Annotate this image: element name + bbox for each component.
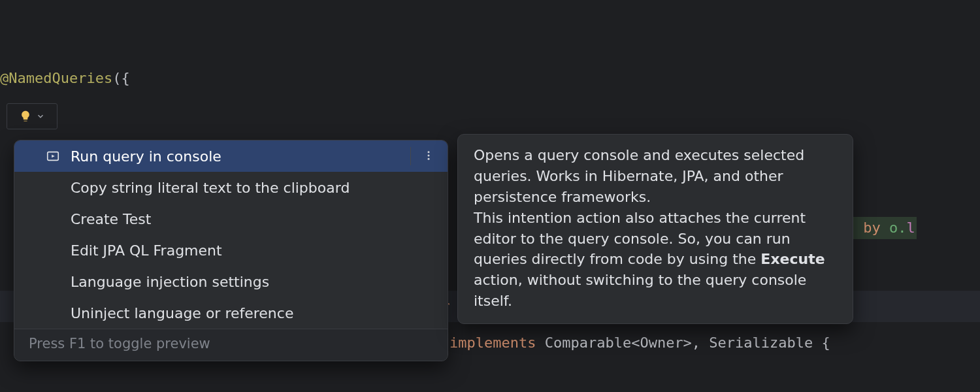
svg-point-4 bbox=[428, 157, 430, 159]
intention-item-label: Edit JPA QL Fragment bbox=[71, 242, 222, 259]
bg-code-fragment: by o.l bbox=[853, 217, 917, 239]
annotation: @NamedQueries bbox=[0, 70, 112, 86]
bg-code-fragment: implements Comparable<Owner>, Serializab… bbox=[449, 332, 830, 354]
intention-item-label: Copy string literal text to the clipboar… bbox=[71, 180, 350, 196]
intention-item-label: Language injection settings bbox=[71, 274, 269, 290]
intention-item[interactable]: Language injection settings bbox=[14, 266, 448, 297]
chevron-down-icon bbox=[36, 112, 45, 121]
code-line[interactable]: @NamedQueries({ bbox=[0, 63, 980, 94]
doc-text: Opens a query console and executes selec… bbox=[474, 147, 804, 205]
svg-point-2 bbox=[428, 151, 430, 153]
intention-actions-popup: Run query in consoleCopy string literal … bbox=[14, 140, 448, 361]
intention-item[interactable]: Uninject language or reference bbox=[14, 297, 448, 329]
doc-text: action, without switching to the query c… bbox=[474, 272, 806, 309]
intention-footer-hint: Press F1 to toggle preview bbox=[14, 329, 448, 361]
intention-bulb-button[interactable] bbox=[7, 103, 57, 129]
intention-item[interactable]: Edit JPA QL Fragment bbox=[14, 235, 448, 266]
lightbulb-icon bbox=[19, 110, 32, 123]
console-run-icon bbox=[46, 149, 60, 163]
svg-marker-1 bbox=[52, 155, 55, 158]
intention-item[interactable]: Create Test bbox=[14, 203, 448, 235]
more-vertical-icon[interactable] bbox=[423, 148, 434, 165]
intention-item[interactable]: Run query in console bbox=[14, 140, 448, 172]
intention-item-label: Uninject language or reference bbox=[71, 305, 293, 321]
intention-item[interactable]: Copy string literal text to the clipboar… bbox=[14, 172, 448, 203]
intention-item-label: Run query in console bbox=[71, 148, 221, 165]
svg-point-3 bbox=[428, 154, 430, 156]
doc-text: This intention action also attaches the … bbox=[474, 210, 806, 268]
intention-item-label: Create Test bbox=[71, 211, 151, 227]
doc-text-bold: Execute bbox=[760, 251, 825, 267]
separator bbox=[410, 147, 411, 165]
intention-list: Run query in consoleCopy string literal … bbox=[14, 140, 448, 329]
quick-doc-tooltip: Opens a query console and executes selec… bbox=[457, 134, 853, 324]
